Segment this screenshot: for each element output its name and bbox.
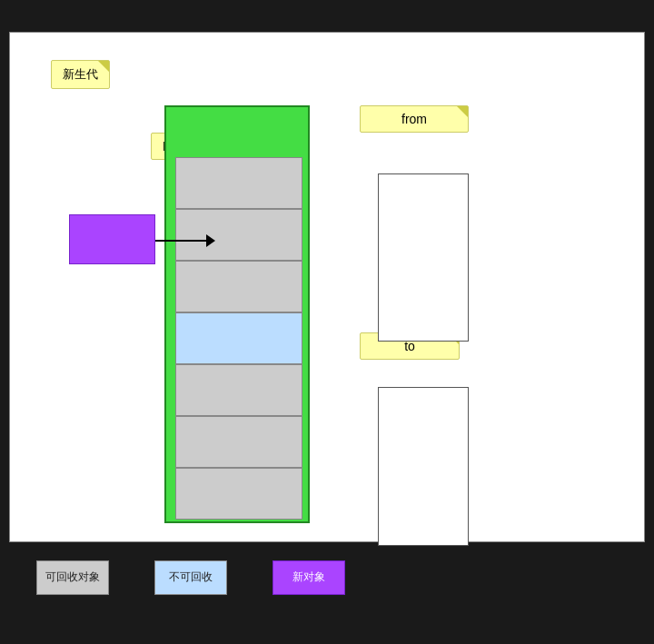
survivor-cell-7 xyxy=(175,468,302,520)
legend-box-blue: 不可回收 xyxy=(154,560,227,595)
survivor-cell-6 xyxy=(175,416,302,468)
legend-box-purple: 新对象 xyxy=(272,560,345,595)
survivor-cell-5 xyxy=(175,364,302,416)
to-rectangle xyxy=(378,387,469,546)
legend-item-nonreclaimable: 不可回收 xyxy=(154,560,227,595)
eden-section xyxy=(166,107,308,157)
young-gen-label: 新生代 xyxy=(51,60,110,89)
survivor-container xyxy=(175,157,302,520)
arrow-head-icon xyxy=(206,234,215,247)
legend-item-new: 新对象 xyxy=(272,560,345,595)
survivor-cell-1 xyxy=(175,157,302,209)
legend-item-reclaimable: 可回收对象 xyxy=(36,560,109,595)
from-label: from xyxy=(360,105,469,133)
main-container: 新生代 Eden from to xyxy=(9,32,645,613)
survivor-cell-4 xyxy=(175,312,302,364)
new-object-box xyxy=(69,214,155,264)
young-gen-box xyxy=(164,105,310,523)
from-rectangle xyxy=(378,173,469,342)
survivor-cell-2 xyxy=(175,209,302,261)
arrow-line xyxy=(155,240,210,242)
diagram-area: 新生代 Eden from to xyxy=(9,32,645,542)
legend-box-gray: 可回收对象 xyxy=(36,560,109,595)
legend-area: 可回收对象 不可回收 新对象 xyxy=(9,542,645,613)
survivor-cell-3 xyxy=(175,261,302,312)
